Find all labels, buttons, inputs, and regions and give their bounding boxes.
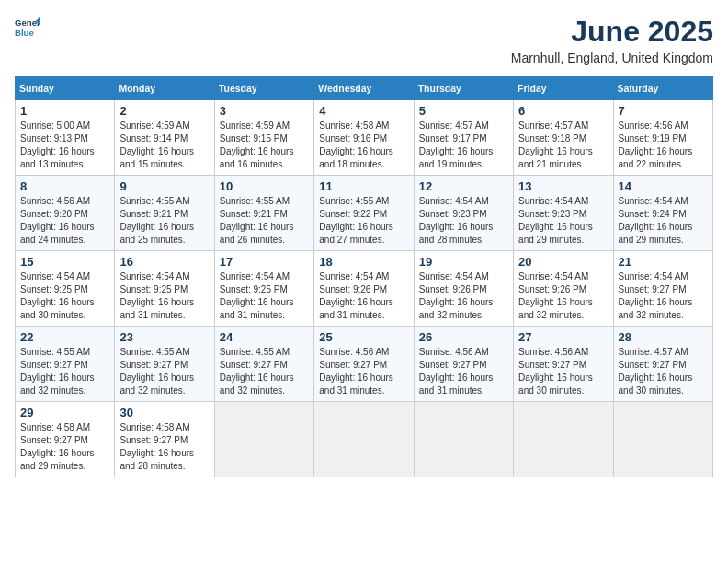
- day-number: 11: [319, 179, 408, 193]
- day-info: Sunrise: 4:55 AM Sunset: 9:27 PM Dayligh…: [20, 346, 109, 397]
- day-number: 9: [119, 179, 209, 193]
- logo-icon: General Blue: [15, 15, 40, 40]
- calendar-day-10: 10Sunrise: 4:55 AM Sunset: 9:21 PM Dayli…: [214, 176, 313, 251]
- calendar-day-30: 30Sunrise: 4:58 AM Sunset: 9:27 PM Dayli…: [115, 402, 214, 477]
- day-info: Sunrise: 4:54 AM Sunset: 9:25 PM Dayligh…: [220, 270, 309, 322]
- calendar-day-2: 2Sunrise: 4:59 AM Sunset: 9:14 PM Daylig…: [115, 100, 214, 176]
- day-info: Sunrise: 4:54 AM Sunset: 9:26 PM Dayligh…: [419, 270, 508, 322]
- day-number: 29: [20, 406, 109, 419]
- calendar-day-22: 22Sunrise: 4:55 AM Sunset: 9:27 PM Dayli…: [16, 327, 115, 402]
- calendar-day-28: 28Sunrise: 4:57 AM Sunset: 9:27 PM Dayli…: [613, 327, 712, 402]
- day-header-monday: Monday: [115, 77, 214, 100]
- calendar-day-18: 18Sunrise: 4:54 AM Sunset: 9:26 PM Dayli…: [314, 251, 414, 327]
- calendar-table: SundayMondayTuesdayWednesdayThursdayFrid…: [15, 76, 713, 477]
- day-info: Sunrise: 4:54 AM Sunset: 9:26 PM Dayligh…: [319, 270, 408, 322]
- calendar-day-empty: [414, 402, 513, 477]
- day-number: 16: [119, 255, 209, 269]
- calendar-day-9: 9Sunrise: 4:55 AM Sunset: 9:21 PM Daylig…: [115, 176, 214, 251]
- day-info: Sunrise: 4:56 AM Sunset: 9:27 PM Dayligh…: [518, 346, 608, 397]
- day-number: 12: [419, 179, 508, 193]
- day-header-sunday: Sunday: [16, 77, 115, 100]
- day-number: 26: [419, 330, 508, 344]
- day-number: 19: [419, 255, 508, 269]
- day-number: 3: [220, 104, 309, 118]
- day-info: Sunrise: 4:55 AM Sunset: 9:27 PM Dayligh…: [119, 346, 209, 397]
- day-number: 10: [220, 179, 309, 193]
- day-info: Sunrise: 4:55 AM Sunset: 9:27 PM Dayligh…: [220, 346, 309, 397]
- calendar-day-13: 13Sunrise: 4:54 AM Sunset: 9:23 PM Dayli…: [514, 176, 613, 251]
- day-info: Sunrise: 4:57 AM Sunset: 9:17 PM Dayligh…: [419, 120, 508, 171]
- day-number: 25: [319, 330, 408, 344]
- day-number: 8: [20, 179, 109, 193]
- calendar-week-1: 1Sunrise: 5:00 AM Sunset: 9:13 PM Daylig…: [16, 100, 713, 176]
- day-number: 14: [619, 179, 708, 193]
- calendar-day-empty: [214, 402, 313, 477]
- day-number: 28: [619, 330, 708, 344]
- calendar-day-7: 7Sunrise: 4:56 AM Sunset: 9:19 PM Daylig…: [613, 100, 712, 176]
- day-info: Sunrise: 4:54 AM Sunset: 9:24 PM Dayligh…: [619, 195, 708, 247]
- calendar-day-11: 11Sunrise: 4:55 AM Sunset: 9:22 PM Dayli…: [314, 176, 414, 251]
- calendar-day-8: 8Sunrise: 4:56 AM Sunset: 9:20 PM Daylig…: [16, 176, 115, 251]
- calendar-week-4: 22Sunrise: 4:55 AM Sunset: 9:27 PM Dayli…: [16, 327, 713, 402]
- day-number: 6: [518, 104, 608, 118]
- day-number: 27: [518, 330, 608, 344]
- calendar-day-21: 21Sunrise: 4:54 AM Sunset: 9:27 PM Dayli…: [613, 251, 712, 327]
- day-number: 22: [20, 330, 109, 344]
- logo: General Blue: [15, 15, 40, 40]
- day-number: 7: [619, 104, 708, 118]
- calendar-day-27: 27Sunrise: 4:56 AM Sunset: 9:27 PM Dayli…: [514, 327, 613, 402]
- calendar-day-19: 19Sunrise: 4:54 AM Sunset: 9:26 PM Dayli…: [414, 251, 513, 327]
- day-info: Sunrise: 4:54 AM Sunset: 9:25 PM Dayligh…: [119, 270, 209, 322]
- calendar-day-empty: [514, 402, 613, 477]
- day-number: 13: [518, 179, 608, 193]
- day-number: 24: [220, 330, 309, 344]
- calendar-day-6: 6Sunrise: 4:57 AM Sunset: 9:18 PM Daylig…: [514, 100, 613, 176]
- calendar-day-17: 17Sunrise: 4:54 AM Sunset: 9:25 PM Dayli…: [214, 251, 313, 327]
- calendar-body: 1Sunrise: 5:00 AM Sunset: 9:13 PM Daylig…: [16, 100, 713, 477]
- month-title: June 2025: [511, 15, 713, 49]
- day-info: Sunrise: 4:58 AM Sunset: 9:27 PM Dayligh…: [119, 421, 209, 473]
- day-info: Sunrise: 4:56 AM Sunset: 9:19 PM Dayligh…: [619, 120, 708, 171]
- day-number: 4: [319, 104, 408, 118]
- calendar-day-1: 1Sunrise: 5:00 AM Sunset: 9:13 PM Daylig…: [16, 100, 115, 176]
- day-number: 17: [220, 255, 309, 269]
- day-info: Sunrise: 4:54 AM Sunset: 9:25 PM Dayligh…: [20, 270, 109, 322]
- day-number: 23: [119, 330, 209, 344]
- day-info: Sunrise: 4:57 AM Sunset: 9:18 PM Dayligh…: [518, 120, 608, 171]
- page-header: General Blue June 2025 Marnhull, England…: [15, 15, 713, 65]
- day-header-tuesday: Tuesday: [214, 77, 313, 100]
- day-info: Sunrise: 4:54 AM Sunset: 9:23 PM Dayligh…: [419, 195, 508, 247]
- calendar-day-4: 4Sunrise: 4:58 AM Sunset: 9:16 PM Daylig…: [314, 100, 414, 176]
- calendar-day-26: 26Sunrise: 4:56 AM Sunset: 9:27 PM Dayli…: [414, 327, 513, 402]
- location: Marnhull, England, United Kingdom: [511, 51, 713, 65]
- calendar-day-24: 24Sunrise: 4:55 AM Sunset: 9:27 PM Dayli…: [214, 327, 313, 402]
- day-number: 15: [20, 255, 109, 269]
- day-number: 2: [119, 104, 209, 118]
- calendar-day-29: 29Sunrise: 4:58 AM Sunset: 9:27 PM Dayli…: [16, 402, 115, 477]
- title-block: June 2025 Marnhull, England, United King…: [511, 15, 713, 65]
- calendar-week-5: 29Sunrise: 4:58 AM Sunset: 9:27 PM Dayli…: [16, 402, 713, 477]
- calendar-day-20: 20Sunrise: 4:54 AM Sunset: 9:26 PM Dayli…: [514, 251, 613, 327]
- svg-text:Blue: Blue: [15, 28, 34, 38]
- calendar-week-3: 15Sunrise: 4:54 AM Sunset: 9:25 PM Dayli…: [16, 251, 713, 327]
- calendar-day-3: 3Sunrise: 4:59 AM Sunset: 9:15 PM Daylig…: [214, 100, 313, 176]
- day-number: 20: [518, 255, 608, 269]
- day-info: Sunrise: 4:58 AM Sunset: 9:27 PM Dayligh…: [20, 421, 109, 473]
- day-info: Sunrise: 4:56 AM Sunset: 9:20 PM Dayligh…: [20, 195, 109, 247]
- day-number: 30: [119, 406, 209, 419]
- day-info: Sunrise: 4:59 AM Sunset: 9:14 PM Dayligh…: [119, 120, 209, 171]
- day-header-wednesday: Wednesday: [314, 77, 414, 100]
- day-info: Sunrise: 4:55 AM Sunset: 9:21 PM Dayligh…: [119, 195, 209, 247]
- calendar-week-2: 8Sunrise: 4:56 AM Sunset: 9:20 PM Daylig…: [16, 176, 713, 251]
- calendar-day-15: 15Sunrise: 4:54 AM Sunset: 9:25 PM Dayli…: [16, 251, 115, 327]
- day-info: Sunrise: 4:56 AM Sunset: 9:27 PM Dayligh…: [319, 346, 408, 397]
- day-info: Sunrise: 4:54 AM Sunset: 9:26 PM Dayligh…: [518, 270, 608, 322]
- day-info: Sunrise: 4:54 AM Sunset: 9:23 PM Dayligh…: [518, 195, 608, 247]
- day-info: Sunrise: 4:54 AM Sunset: 9:27 PM Dayligh…: [619, 270, 708, 322]
- calendar-day-16: 16Sunrise: 4:54 AM Sunset: 9:25 PM Dayli…: [115, 251, 214, 327]
- day-number: 1: [20, 104, 109, 118]
- calendar-day-14: 14Sunrise: 4:54 AM Sunset: 9:24 PM Dayli…: [613, 176, 712, 251]
- svg-text:General: General: [15, 17, 40, 28]
- calendar-day-empty: [613, 402, 712, 477]
- day-header-saturday: Saturday: [613, 77, 712, 100]
